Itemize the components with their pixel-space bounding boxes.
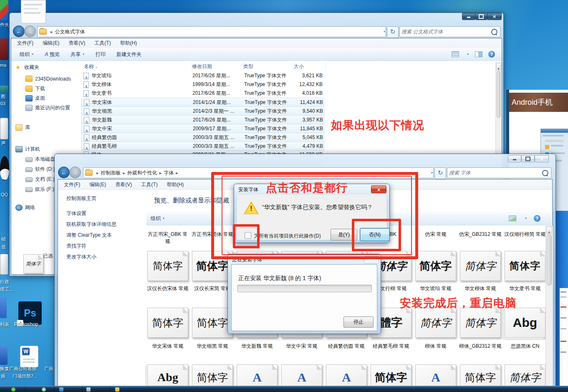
- font-item-label[interactable]: 方正书宋_GBK 常规: [146, 231, 190, 245]
- sidebar-item-desktop[interactable]: 桌面: [25, 95, 45, 102]
- sidebar-item-drive-e[interactable]: 文档 (E:): [25, 176, 55, 183]
- scroll-thumb[interactable]: [497, 71, 500, 118]
- address-bar[interactable]: 公文格式字体: [37, 26, 386, 37]
- link-cleartype[interactable]: 调整 ClearType 文本: [66, 232, 112, 239]
- table-row[interactable]: 经典繁毛楷2000/3/3 星期五 ...TrueType 字体文件4,479 …: [81, 142, 324, 151]
- search-box[interactable]: [447, 167, 551, 178]
- taskbar-app-icon[interactable]: [59, 387, 63, 392]
- menu-help[interactable]: 帮助(H): [167, 181, 184, 188]
- menu-file[interactable]: 文件(F): [17, 40, 33, 47]
- column-header-name[interactable]: 名称: [81, 62, 192, 71]
- sidebar-item-drive-f[interactable]: 娱乐 (F:): [25, 186, 54, 193]
- close-button[interactable]: [535, 155, 549, 162]
- taskbar-app-icon[interactable]: [11, 387, 15, 392]
- column-header-type[interactable]: 类型: [241, 62, 294, 71]
- list-scrollbar[interactable]: [495, 62, 502, 167]
- table-row[interactable]: 华文琥珀2017/6/26 星期...TrueType 字体文件3,621 KB: [81, 71, 323, 80]
- font-item-label[interactable]: 华文宋体 常规: [146, 343, 190, 350]
- menu-edit[interactable]: 编辑(E): [43, 40, 59, 47]
- font-item-label[interactable]: 华文细黑 常规: [190, 343, 235, 350]
- font-tile[interactable]: 简体字: [192, 308, 233, 338]
- sidebar-item-libraries[interactable]: 库: [15, 124, 30, 131]
- desktop-icon[interactable]: [0, 86, 8, 92]
- taskbar-app-icon[interactable]: [42, 387, 46, 392]
- stop-button[interactable]: 停止: [343, 316, 374, 328]
- font-item-label[interactable]: 华文新魏 常规: [235, 343, 279, 350]
- word-doc-icon[interactable]: W: [20, 346, 38, 367]
- font-tile[interactable]: 简体字: [415, 251, 456, 281]
- preview-pane-icon[interactable]: [475, 51, 482, 57]
- font-item-label[interactable]: 汉仪长仿宋体 常规: [146, 285, 190, 292]
- sidebar-item-recent[interactable]: 最近访问的位置: [25, 104, 70, 111]
- font-item-label[interactable]: 华文琥珀 常规: [414, 285, 458, 292]
- maximize-button[interactable]: [475, 13, 487, 20]
- preview-button[interactable]: A 预览: [45, 51, 60, 58]
- menu-tools[interactable]: 工具(T): [141, 181, 157, 188]
- address-dropdown-icon[interactable]: [429, 170, 433, 176]
- font-item-label[interactable]: 仿宋_GB2312 常规: [458, 231, 502, 238]
- link-font-settings[interactable]: 字体设置: [66, 210, 86, 217]
- taskbar[interactable]: [0, 386, 568, 392]
- menu-view[interactable]: 查看(V): [115, 181, 132, 188]
- share-button[interactable]: 共享: [71, 51, 85, 58]
- sidebar-item-computer[interactable]: 计算机: [15, 146, 40, 153]
- breadcrumb-control-panel[interactable]: 控制面板: [101, 169, 121, 177]
- refresh-button[interactable]: [434, 167, 446, 179]
- menu-help[interactable]: 帮助(H): [120, 40, 137, 47]
- forward-button[interactable]: [69, 167, 81, 178]
- link-find-character[interactable]: 查找字符: [66, 243, 86, 250]
- table-row[interactable]: 华文宋体2014/1/24 星期...TrueType 字体文件11,424 K…: [81, 98, 324, 107]
- back-button[interactable]: [58, 167, 70, 178]
- font-item-label[interactable]: 楷体_GB2312 常规: [458, 343, 502, 350]
- table-row[interactable]: 华文隶书2017/6/26 星期...TrueType 字体文件4,016 KB: [81, 89, 323, 98]
- font-item-label[interactable]: 汉仪细行楷简 常规: [503, 231, 547, 238]
- table-row[interactable]: 经典繁仿圆2000/3/3 星期五 ...TrueType 字体文件5,045 …: [81, 133, 324, 142]
- font-tile[interactable]: Abg: [505, 308, 545, 338]
- link-control-panel-home[interactable]: 控制面板主页: [66, 195, 96, 202]
- new-folder-button[interactable]: 新建文件夹: [116, 51, 141, 58]
- maximize-button[interactable]: [521, 155, 535, 162]
- sidebar-item-local-disk[interactable]: 本地磁盘: [25, 156, 55, 163]
- refresh-button[interactable]: [387, 26, 399, 38]
- table-row[interactable]: 华文新魏2017/6/26 星期...TrueType 字体文件3,957 KB: [81, 115, 324, 125]
- desktop-icon[interactable]: [0, 297, 7, 318]
- font-tile[interactable]: 简体字: [460, 308, 501, 338]
- minimize-button[interactable]: [508, 155, 521, 162]
- font-item-label[interactable]: 经典繁仿圆 常规: [324, 343, 369, 350]
- taskbar-folder-icon[interactable]: [115, 387, 119, 392]
- search-input[interactable]: [400, 29, 489, 35]
- print-button[interactable]: 打印: [96, 51, 106, 58]
- font-item-label[interactable]: 思源黑体 CN: [503, 343, 547, 350]
- breadcrumb-fonts[interactable]: 字体: [164, 169, 174, 177]
- font-tile[interactable]: 简体字: [147, 308, 188, 338]
- link-change-font-size[interactable]: 更改字体大小: [66, 253, 96, 260]
- breadcrumb[interactable]: 公文格式字体: [55, 28, 85, 35]
- table-row[interactable]: 华文楷体1999/3/14 星期...TrueType 字体文件12,432 K…: [81, 80, 323, 89]
- font-tile[interactable]: 简体字: [505, 251, 545, 281]
- font-tile[interactable]: 简体字: [147, 251, 188, 281]
- sidebar-item-2345downloads[interactable]: 2345Downloads: [25, 76, 71, 82]
- link-online-font-info[interactable]: 联机获取字体详细信息: [66, 221, 116, 228]
- sidebar-item-favorites[interactable]: 收藏夹: [15, 64, 39, 71]
- back-button[interactable]: [13, 25, 25, 37]
- scroll-up-icon[interactable]: [546, 227, 552, 234]
- search-input[interactable]: [447, 170, 540, 176]
- sidebar-item-drive-d[interactable]: 软件 (D:): [25, 166, 55, 173]
- search-icon[interactable]: [542, 170, 548, 176]
- font-item-label[interactable]: 经典繁毛楷 常规: [369, 343, 413, 350]
- column-header-size[interactable]: 大小: [291, 62, 326, 71]
- search-icon[interactable]: [491, 29, 497, 35]
- table-row[interactable]: 华文中宋2009/9/17 星期...TrueType 字体文件11,845 K…: [81, 124, 324, 134]
- breadcrumb-appearance[interactable]: 外观和个性化: [127, 169, 157, 177]
- scroll-thumb[interactable]: [547, 235, 552, 286]
- search-box[interactable]: [399, 26, 500, 37]
- font-item-label[interactable]: 华文中宋 常规: [280, 343, 324, 350]
- menu-file[interactable]: 文件(F): [64, 181, 80, 188]
- content-scrollbar[interactable]: [545, 226, 553, 392]
- taskbar-app-icon[interactable]: [86, 387, 91, 392]
- change-view-icon[interactable]: [452, 51, 459, 57]
- scroll-up-icon[interactable]: [496, 63, 501, 71]
- font-item-label[interactable]: 仿宋 常规: [414, 231, 458, 238]
- font-item-label[interactable]: 华文隶书 常规: [503, 285, 547, 292]
- desktop-icon[interactable]: [0, 254, 8, 275]
